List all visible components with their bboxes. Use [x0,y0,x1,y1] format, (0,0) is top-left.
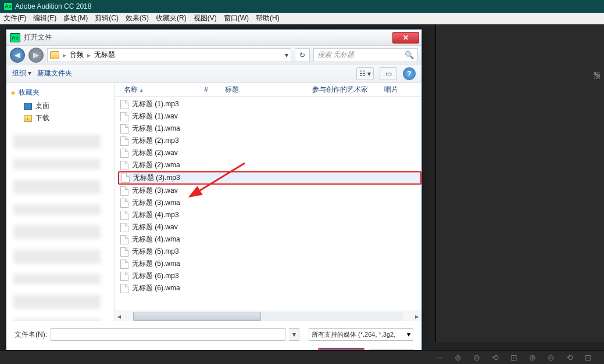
file-name: 无标题 (4).mp3 [132,210,179,220]
col-artist[interactable]: 参与创作的艺术家 [308,85,380,95]
blurred-nav-item [13,225,101,239]
nav-desktop[interactable]: 桌面 [10,100,110,112]
organize-menu[interactable]: 组织 [12,69,31,78]
status-icon[interactable]: ↔ [434,353,445,362]
menu-multitrack[interactable]: 多轨(M) [63,13,88,23]
file-name: 无标题 (3).mp3 [133,173,180,183]
file-row[interactable]: 无标题 (1).mp3 [118,98,421,110]
breadcrumb-dropdown-icon[interactable]: ▾ [285,51,288,59]
file-row[interactable]: 无标题 (5).mp3 [118,246,421,258]
dialog-close-button[interactable]: ✕ [392,32,419,44]
horizontal-scrollbar[interactable]: ◂ ▸ [115,311,421,321]
file-icon [121,174,130,183]
file-row[interactable]: 无标题 (3).mp3 [118,171,421,185]
file-name: 无标题 (1).mp3 [132,99,179,109]
filename-dropdown[interactable]: ▾ [289,328,299,341]
menu-file[interactable]: 文件(F) [3,13,26,23]
blurred-nav-item [13,204,101,215]
file-icon [120,149,128,158]
nav-back-button[interactable]: ◀ [10,48,25,63]
view-mode-button[interactable]: ☷ ▾ [356,67,374,80]
sort-indicator-icon: ▴ [140,87,143,93]
file-row[interactable]: 无标题 (3).wma [118,197,421,209]
col-name-label: 名称 [124,85,138,93]
filetype-select[interactable]: 所有支持的媒体 (*.264, *.3g2, ▾ [309,328,413,341]
menu-clip[interactable]: 剪辑(C) [95,13,119,23]
menu-favorites[interactable]: 收藏夹(R) [156,13,187,23]
chevron-right-icon: ▸ [87,51,91,59]
status-icon[interactable]: ⊕ [453,353,463,362]
file-row[interactable]: 无标题 (6).wma [118,282,421,294]
file-row[interactable]: 无标题 (4).mp3 [118,209,421,221]
file-icon [120,112,128,121]
file-name: 无标题 (5).mp3 [132,247,179,257]
status-bar: ↔ ⊕ ⊖ ⟲ ⊡ ⊕ ⊖ ⟲ ⊡ [0,350,604,364]
file-row[interactable]: 无标题 (2).wav [118,147,421,159]
blurred-nav-item [13,319,101,321]
col-title[interactable]: 标题 [220,85,308,95]
preview-tab[interactable]: 预 [594,71,601,81]
column-headers: 名称▴ # 标题 参与创作的艺术家 唱片 [115,83,421,97]
file-row[interactable]: 无标题 (1).wav [118,110,421,122]
refresh-button[interactable]: ↻ [295,48,310,62]
file-row[interactable]: 无标题 (4).wav [118,221,421,233]
menu-view[interactable]: 视图(V) [194,13,217,23]
menu-window[interactable]: 窗口(W) [224,13,249,23]
breadcrumb-seg-2[interactable]: 无标题 [94,50,115,60]
file-row[interactable]: 无标题 (1).wma [118,122,421,135]
file-row[interactable]: 无标题 (2).mp3 [118,135,421,147]
search-placeholder: 搜索 无标题 [317,50,354,60]
file-name: 无标题 (2).mp3 [132,136,179,146]
file-row[interactable]: 无标题 (2).wma [118,159,421,171]
scroll-right-icon[interactable]: ▸ [412,312,421,321]
nav-downloads[interactable]: 下载 [10,112,110,124]
breadcrumb-seg-1[interactable]: 音频 [70,50,84,60]
scroll-thumb[interactable] [133,312,261,321]
nav-tree: ★ 收藏夹 桌面 下载 [6,83,115,321]
file-icon [120,223,128,232]
file-row[interactable]: 无标题 (6).mp3 [118,270,421,282]
file-name: 无标题 (6).wma [132,283,180,293]
nav-desktop-label: 桌面 [35,101,49,111]
status-icon[interactable]: ⊖ [471,353,482,362]
file-row[interactable]: 无标题 (3).wav [118,185,421,197]
file-icon [120,211,128,220]
col-num[interactable]: # [199,86,220,94]
search-input[interactable]: 搜索 无标题 🔍 [313,48,418,62]
status-icon[interactable]: ⟲ [564,353,575,362]
col-name[interactable]: 名称▴ [119,85,199,95]
col-album[interactable]: 唱片 [380,85,421,95]
file-name: 无标题 (6).mp3 [132,271,179,281]
status-icon[interactable]: ⊡ [583,353,594,362]
menu-help[interactable]: 帮助(H) [256,13,280,23]
nav-forward-button[interactable]: ▶ [28,48,44,63]
menu-effects[interactable]: 效果(S) [126,13,149,23]
blurred-nav-item [13,180,101,194]
file-row[interactable]: 无标题 (4).wma [118,233,421,246]
status-icon[interactable]: ⟲ [490,353,501,362]
preview-pane-button[interactable]: ▭ [380,67,397,80]
file-icon [120,100,128,109]
right-panel: 预 [435,24,604,342]
file-row[interactable]: 无标题 (5).wma [118,258,421,270]
nav-downloads-label: 下载 [35,113,49,123]
menu-edit[interactable]: 编辑(E) [33,13,56,23]
new-folder-button[interactable]: 新建文件夹 [37,69,72,78]
file-name: 无标题 (5).wma [132,259,180,269]
file-name: 无标题 (1).wav [132,111,178,121]
scroll-left-icon[interactable]: ◂ [115,312,124,321]
breadcrumb-bar[interactable]: ▸ 音频 ▸ 无标题 ▾ [47,48,291,62]
blurred-nav-item [13,295,101,309]
favorites-section[interactable]: ★ 收藏夹 [10,88,110,98]
help-button[interactable]: ? [403,67,416,80]
status-icon[interactable]: ⊖ [546,353,556,362]
status-icon[interactable]: ⊡ [509,353,519,362]
blurred-nav-item [13,274,101,284]
status-icon[interactable]: ⊕ [527,353,538,362]
app-menubar: 文件(F) 编辑(E) 多轨(M) 剪辑(C) 效果(S) 收藏夹(R) 视图(… [0,13,604,24]
filename-input[interactable] [51,328,285,341]
scroll-track[interactable] [133,312,403,321]
file-name: 无标题 (4).wma [132,235,180,244]
file-name: 无标题 (1).wma [132,124,180,134]
blurred-nav-item [13,135,101,149]
